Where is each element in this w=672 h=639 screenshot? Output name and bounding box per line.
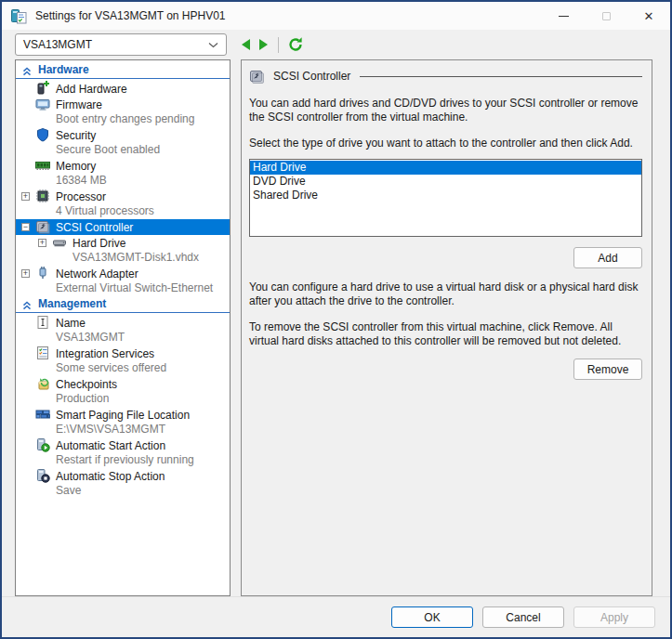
cancel-button[interactable]: Cancel [482,606,564,628]
sidebar-item-automatic-stop-action[interactable]: Automatic Stop Action [16,468,230,484]
remove-note-text: To remove the SCSI controller from this … [249,320,642,348]
sidebar-item-subtext: VSA13MGMT-Disk1.vhdx [16,251,230,266]
minimize-icon [559,16,569,17]
settings-window: Settings for VSA13MGMT on HPHV01 ✕ VSA13… [0,0,672,639]
minimize-button[interactable] [542,2,585,30]
sidebar-item-label: Hard Drive [72,237,125,250]
sidebar-item-smart-paging-file-location[interactable]: Smart Paging File Location [16,407,230,423]
titlebar: Settings for VSA13MGMT on HPHV01 ✕ [2,2,670,30]
sidebar-item-label: Add Hardware [56,83,127,96]
close-icon: ✕ [644,10,654,22]
firmware-icon [35,97,50,111]
configure-note-text: You can configure a hard drive to use a … [249,280,642,308]
vm-selector-value: VSA13MGMT [23,38,208,51]
auto-stop-icon [35,468,50,483]
navigate-back-button[interactable] [242,39,250,50]
sidebar-item-label: Checkpoints [56,378,117,391]
hard-drive-icon [52,235,67,250]
sidebar-item-label: Integration Services [56,347,154,360]
sidebar-item-label: Automatic Stop Action [56,470,165,483]
sidebar-item-subtext: External Virtual Switch-Ethernet [16,281,230,296]
section-label: Management [38,297,106,310]
header-rule [360,76,642,77]
vm-selector-dropdown[interactable]: VSA13MGMT [15,33,227,56]
checkpoints-icon [35,376,50,391]
apply-button: Apply [573,606,655,628]
sidebar-item-label: SCSI Controller [56,221,133,234]
sidebar-item-subtext: Boot entry changes pending [16,112,230,127]
refresh-button[interactable] [287,36,304,53]
sidebar-item-automatic-start-action[interactable]: Automatic Start Action [16,437,230,453]
ok-button[interactable]: OK [391,606,473,628]
drive-option-hard-drive[interactable]: Hard Drive [250,161,641,175]
scsi-controller-panel: SCSI Controller You can add hard drives … [241,59,652,596]
remove-button[interactable]: Remove [573,359,642,380]
sidebar-item-integration-services[interactable]: Integration Services [16,346,230,361]
sidebar-item-name[interactable]: Name [16,315,230,331]
sidebar-item-label: Smart Paging File Location [56,409,190,422]
intro-text: You can add hard drives and CD/DVD drive… [249,97,642,124]
collapse-chevron-icon [22,66,32,75]
toolbar: VSA13MGMT [2,30,670,59]
section-label: Hardware [38,63,89,76]
sidebar-section-hardware[interactable]: Hardware [16,62,230,79]
security-icon [35,127,50,142]
expand-plus-icon[interactable]: + [38,239,46,247]
drive-option-dvd-drive[interactable]: DVD Drive [250,175,641,189]
sidebar-item-subtext: E:\VMS\VSA13MGMT [16,423,230,437]
sidebar-item-subtext: VSA13MGMT [16,331,230,346]
sidebar-item-label: Firmware [56,98,102,111]
auto-start-icon [35,437,50,452]
sidebar-item-network-adapter[interactable]: +Network Adapter [16,266,230,281]
sidebar-item-label: Network Adapter [56,267,138,280]
close-button[interactable]: ✕ [627,2,670,30]
refresh-icon [287,36,304,53]
memory-icon [35,158,50,173]
processor-icon [35,189,50,203]
sidebar-item-subtext: Restart if previously running [16,453,230,468]
drive-option-shared-drive[interactable]: Shared Drive [250,189,641,202]
sidebar-item-label: Security [56,129,96,142]
expand-plus-icon[interactable]: + [21,269,30,278]
name-icon [35,315,50,330]
vm-settings-icon [11,8,27,24]
sidebar-item-label: Processor [56,190,106,203]
sidebar-item-firmware[interactable]: Firmware [16,97,230,112]
smart-paging-icon [35,407,50,422]
sidebar-item-subtext: Production [16,392,230,407]
sidebar-item-label: Memory [56,160,96,173]
sidebar-item-checkpoints[interactable]: Checkpoints [16,376,230,392]
toolbar-separator [278,37,279,53]
sidebar-section-management[interactable]: Management [16,296,230,313]
scsi-controller-icon [249,69,264,84]
collapse-minus-icon[interactable]: − [21,223,30,231]
sidebar-item-processor[interactable]: +Processor [16,189,230,204]
maximize-icon [602,12,611,20]
sidebar-item-label: Name [56,317,86,330]
sidebar-item-hard-drive[interactable]: +Hard Drive [16,235,230,251]
sidebar-item-memory[interactable]: Memory [16,158,230,174]
sidebar-item-add-hardware[interactable]: Add Hardware [16,81,230,97]
navigate-forward-button[interactable] [259,39,268,50]
add-hardware-icon [35,81,50,96]
sidebar-item-subtext: Secure Boot enabled [16,143,230,158]
sidebar-item-subtext: Save [16,484,230,499]
sidebar-item-subtext: 4 Virtual processors [16,204,230,219]
chevron-down-icon [208,42,218,48]
add-button[interactable]: Add [573,247,642,268]
collapse-chevron-icon [22,300,32,309]
dialog-footer: OK Cancel Apply [2,596,670,637]
panel-title: SCSI Controller [273,70,350,83]
drive-type-listbox[interactable]: Hard DriveDVD DriveShared Drive [249,159,642,237]
network-adapter-icon [35,266,50,280]
sidebar-item-security[interactable]: Security [16,127,230,143]
expand-plus-icon[interactable]: + [21,192,30,201]
maximize-button [585,2,627,30]
select-prompt-text: Select the type of drive you want to att… [249,137,642,150]
window-title: Settings for VSA13MGMT on HPHV01 [35,9,226,22]
integration-services-icon [35,346,50,360]
settings-tree: HardwareAdd HardwareFirmwareBoot entry c… [15,59,231,596]
sidebar-item-scsi-controller[interactable]: −SCSI Controller [16,219,230,235]
sidebar-item-subtext: 16384 MB [16,174,230,189]
panel-header: SCSI Controller [249,68,642,85]
